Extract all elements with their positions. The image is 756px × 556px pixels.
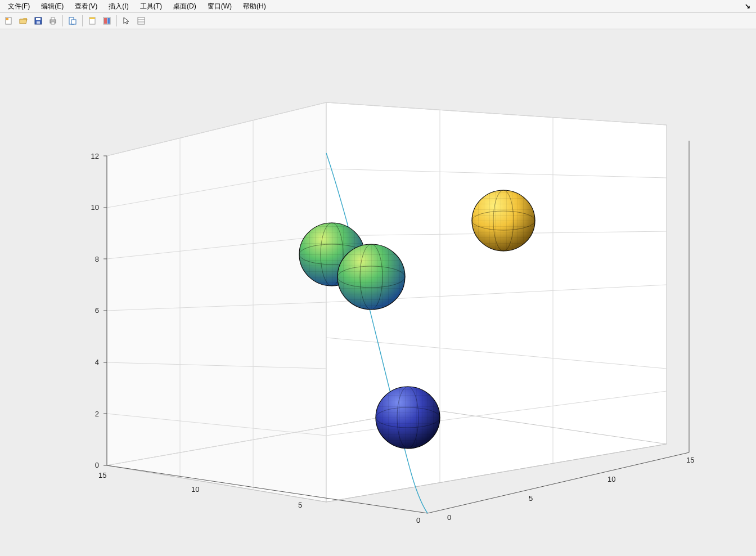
new-figure-icon[interactable] [2, 14, 16, 28]
z-tick-12: 12 [83, 152, 99, 160]
print-icon[interactable] [46, 14, 60, 28]
z-ticks [104, 156, 107, 465]
menu-edit[interactable]: 编辑(E) [35, 1, 69, 12]
pointer-icon[interactable] [120, 14, 133, 28]
z-tick-4: 4 [86, 358, 99, 366]
svg-point-51 [338, 244, 405, 310]
svg-rect-7 [51, 22, 55, 24]
sphere-green-front [338, 244, 405, 310]
menu-view[interactable]: 查看(V) [69, 1, 103, 12]
x-tick-5: 5 [298, 501, 302, 509]
menu-help[interactable]: 帮助(H) [237, 1, 272, 12]
print-preview-icon[interactable] [66, 14, 79, 28]
svg-point-59 [376, 387, 440, 449]
menu-window[interactable]: 窗口(W) [202, 1, 237, 12]
x-tick-0: 0 [416, 516, 420, 524]
menu-insert[interactable]: 插入(I) [103, 1, 134, 12]
link-icon[interactable] [86, 14, 99, 28]
y-tick-5: 5 [529, 494, 533, 503]
open-icon[interactable] [17, 14, 30, 28]
x-tick-15: 15 [98, 471, 106, 479]
menu-tools[interactable]: 工具(T) [134, 1, 168, 12]
x-tick-10: 10 [191, 485, 199, 494]
sphere-blue [376, 387, 440, 449]
menu-desktop[interactable]: 桌面(D) [168, 1, 202, 12]
z-tick-0: 0 [86, 461, 99, 469]
toolbar-separator [116, 15, 117, 26]
data-cursor-icon[interactable] [134, 14, 148, 28]
svg-rect-6 [51, 17, 55, 20]
toolbar-separator [62, 15, 63, 26]
svg-rect-14 [107, 18, 110, 24]
y-tick-0: 0 [447, 513, 451, 522]
svg-rect-13 [104, 18, 107, 24]
save-icon[interactable] [32, 14, 45, 28]
svg-rect-4 [37, 21, 40, 24]
svg-rect-3 [36, 18, 40, 20]
menu-file[interactable]: 文件(F) [2, 1, 35, 12]
y-tick-15: 15 [686, 456, 694, 464]
z-tick-10: 10 [83, 203, 99, 212]
figure-area: 0 2 4 6 8 10 12 15 10 5 0 0 5 10 15 [0, 29, 756, 556]
toolbar [0, 13, 756, 29]
svg-point-55 [472, 190, 535, 251]
sphere-yellow [472, 190, 535, 251]
dock-icon[interactable]: ↘ [741, 2, 754, 10]
svg-rect-9 [71, 20, 76, 24]
toolbar-separator [82, 15, 83, 26]
y-tick-10: 10 [608, 475, 615, 483]
insert-colorbar-icon[interactable] [100, 14, 114, 28]
svg-rect-15 [138, 17, 145, 24]
z-tick-2: 2 [86, 410, 99, 418]
back-wall-left [107, 102, 326, 502]
menu-bar: 文件(F) 编辑(E) 查看(V) 插入(I) 工具(T) 桌面(D) 窗口(W… [0, 0, 756, 13]
z-tick-8: 8 [86, 255, 99, 263]
axes-3d[interactable]: 0 2 4 6 8 10 12 15 10 5 0 0 5 10 15 [34, 52, 720, 547]
svg-rect-11 [89, 17, 95, 19]
svg-rect-1 [6, 18, 8, 20]
z-tick-6: 6 [86, 306, 99, 315]
